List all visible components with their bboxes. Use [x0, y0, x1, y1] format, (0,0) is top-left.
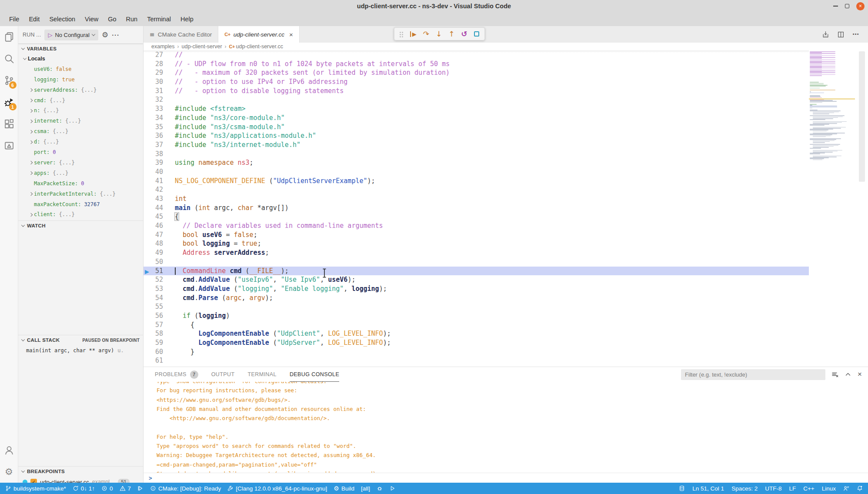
activity-run-and-debug[interactable]: 1 [0, 91, 18, 113]
section-header-call-stack[interactable]: CALL STACKPAUSED ON BREAKPOINT [18, 335, 143, 345]
activity-settings[interactable]: ⚙ [0, 461, 18, 483]
menu-go[interactable]: Go [103, 14, 121, 24]
statusbar-item-c++[interactable]: C++ [803, 485, 815, 492]
statusbar-item-lf[interactable]: LF [789, 485, 796, 492]
editor-scrollbar[interactable] [859, 51, 865, 182]
code-line[interactable]: 61 [144, 356, 809, 365]
console-filter-input[interactable] [681, 369, 825, 380]
variable-row[interactable]: logging:true [18, 74, 143, 85]
code-line[interactable]: 31// - option to disable logging stateme… [144, 87, 809, 96]
maximize-icon[interactable] [845, 4, 849, 8]
variable-row[interactable]: maxPacketCount:32767 [18, 199, 143, 210]
statusbar-item-spaces-2[interactable]: Spaces: 2 [731, 485, 758, 492]
split-editor-icon[interactable] [837, 31, 845, 38]
step-over-icon[interactable]: ↷ [423, 30, 429, 38]
debug-console-input[interactable]: > [144, 473, 868, 483]
code-line[interactable]: 52 cmd.AddValue ("useIpv6", "Use Ipv6", … [144, 275, 809, 284]
breadcrumb-item[interactable]: C+ udp-client-server.cc [229, 43, 283, 50]
panel-tab-problems[interactable]: PROBLEMS7 [155, 367, 198, 382]
variable-row[interactable]: apps:{...} [18, 168, 143, 178]
more-actions-icon[interactable]: ⋯ [852, 30, 859, 38]
code-line[interactable]: 42 [144, 185, 809, 194]
variable-row[interactable]: d:{...} [18, 137, 143, 147]
menu-terminal[interactable]: Terminal [142, 14, 176, 24]
breadcrumb-item[interactable]: udp-client-server [182, 43, 222, 50]
code-line[interactable]: 56 if (logging) [144, 311, 809, 320]
code-line[interactable]: 30// - option to use IPv4 or IPv6 addres… [144, 77, 809, 87]
launch-config-dropdown[interactable]: ▷ No Configural [44, 30, 98, 40]
breakpoint-row[interactable]: ✓udp-client-server.ccexampl...51 [18, 477, 143, 483]
code-line[interactable]: 47 bool useV6 = false; [144, 230, 809, 240]
debug-settings-gear-icon[interactable]: ⚙ [102, 30, 108, 39]
step-out-icon[interactable]: ↑ [448, 30, 454, 38]
statusbar-item-ln-51-col-1[interactable]: Ln 51, Col 1 [692, 485, 724, 492]
statusbar-item-0[interactable]: 0 [101, 485, 113, 492]
maximize-panel-icon[interactable] [845, 371, 851, 378]
code-line[interactable]: 50 [144, 257, 809, 267]
statusbar-item[interactable] [389, 485, 395, 491]
code-line[interactable]: 44main (int argc, char *argv[]) [144, 204, 809, 213]
activity-source-control[interactable]: 6 [0, 70, 18, 91]
code-line[interactable]: 29// - maximum of 320 packets sent (or l… [144, 68, 809, 77]
code-line[interactable]: 27// [144, 50, 809, 60]
statusbar-item-7[interactable]: 7 [120, 485, 131, 492]
code-line[interactable]: 40 [144, 167, 809, 177]
more-actions-icon[interactable]: ··· [112, 31, 120, 39]
statusbar-item[interactable] [857, 485, 863, 491]
code-line[interactable]: 33#include <fstream> [144, 104, 809, 113]
variable-row[interactable]: internet:{...} [18, 116, 143, 126]
code-line[interactable]: 41NS_LOG_COMPONENT_DEFINE ("UdpClientSer… [144, 177, 809, 186]
code-line[interactable]: 34#include "ns3/core-module.h" [144, 113, 809, 123]
statusbar-item-cmake-debug-ready[interactable]: CMake: [Debug]: Ready [150, 485, 221, 492]
panel-tab-debug-console[interactable]: DEBUG CONSOLE [290, 367, 339, 382]
variable-row[interactable]: n:{...} [18, 106, 143, 116]
variable-row[interactable]: MaxPacketSize:0 [18, 178, 143, 189]
statusbar-item[interactable] [137, 485, 144, 491]
code-line[interactable]: 43int [144, 194, 809, 204]
code-editor[interactable]: 27//28// - UDP flow from n0 to n1 of 102… [144, 50, 809, 367]
code-line[interactable]: 39using namespace ns3; [144, 158, 809, 167]
menu-file[interactable]: File [4, 14, 24, 24]
variable-row[interactable]: port:0 [18, 147, 143, 157]
code-line[interactable]: 57 { [144, 320, 809, 330]
menu-edit[interactable]: Edit [24, 14, 44, 24]
code-line[interactable]: 37#include "ns3/internet-module.h" [144, 140, 809, 150]
statusbar-item-buildsystem-cmake-[interactable]: buildsystem-cmake* [5, 485, 66, 492]
statusbar-item-utf-8[interactable]: UTF-8 [765, 485, 781, 492]
close-panel-icon[interactable]: × [858, 370, 862, 379]
panel-tab-terminal[interactable]: TERMINAL [247, 367, 276, 382]
section-header-watch[interactable]: WATCH [18, 220, 143, 230]
download-box-icon[interactable] [822, 31, 829, 38]
breakpoint-checkbox[interactable]: ✓ [30, 479, 37, 483]
breadcrumb-item[interactable]: examples [151, 43, 175, 50]
variable-row[interactable]: serverAddress:{...} [18, 85, 143, 95]
variable-row[interactable]: server:{...} [18, 157, 143, 168]
statusbar-item-0-1-[interactable]: 0↓ 1↑ [73, 485, 95, 492]
drag-handle-icon[interactable] [400, 32, 401, 33]
code-line[interactable]: 51▶ CommandLine cmd (__FILE__); [144, 267, 809, 276]
call-stack-frame[interactable]: main(int argc, char ** argv)u. [18, 345, 143, 356]
code-line[interactable]: 59 LogComponentEnable ("UdpServer", LOG_… [144, 338, 809, 347]
editor-tab-udp-client-server-cc[interactable]: C+udp-client-server.cc× [218, 26, 299, 43]
code-line[interactable]: 53 cmd.AddValue ("logging", "Enable logg… [144, 284, 809, 294]
section-header-variables[interactable]: VARIABLES [18, 43, 143, 53]
statusbar-item--all-[interactable]: [all] [361, 485, 370, 492]
step-into-icon[interactable]: ↓ [436, 30, 442, 38]
variable-row[interactable]: cmd:{...} [18, 95, 143, 106]
statusbar-item-build[interactable]: ⚙Build [334, 485, 354, 492]
close-tab-icon[interactable]: × [289, 31, 293, 38]
code-line[interactable]: 54 cmd.Parse (argc, argv); [144, 294, 809, 303]
variable-row[interactable]: interPacketInterval:{...} [18, 189, 143, 199]
stop-icon[interactable] [474, 31, 479, 37]
minimize-icon[interactable] [833, 6, 838, 7]
activity-extensions[interactable] [0, 113, 18, 135]
menu-view[interactable]: View [80, 14, 103, 24]
statusbar-item[interactable] [843, 485, 849, 491]
statusbar-item-linux[interactable]: Linux [822, 485, 836, 492]
close-icon[interactable]: × [856, 2, 865, 10]
code-line[interactable]: 45{ [144, 212, 809, 221]
variable-row[interactable]: useV6:false [18, 64, 143, 74]
activity-search[interactable] [0, 48, 18, 70]
minimap[interactable] [809, 51, 855, 195]
code-line[interactable]: 38 [144, 150, 809, 159]
